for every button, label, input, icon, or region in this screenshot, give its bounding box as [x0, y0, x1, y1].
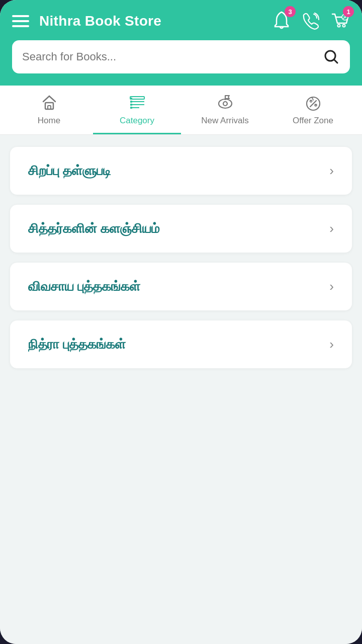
category-label-special-discount: சிறப்பு தள்ளுபடி: [28, 163, 111, 179]
tab-new-arrivals-label: New Arrivals: [201, 116, 248, 126]
home-icon: [40, 94, 58, 112]
tab-home[interactable]: Home: [5, 86, 93, 134]
category-item-nithra-books[interactable]: நித்ரா புத்தகங்கள் ›: [10, 320, 352, 368]
category-list: சிறப்பு தள்ளுபடி › சித்தர்களின் களஞ்சியம…: [0, 135, 362, 644]
svg-point-0: [338, 25, 340, 27]
tab-category[interactable]: Category: [93, 86, 181, 134]
chevron-right-icon: ›: [329, 337, 334, 352]
tab-category-label: Category: [120, 116, 154, 126]
tab-home-label: Home: [38, 116, 60, 126]
hamburger-menu-icon[interactable]: [12, 15, 29, 27]
svg-rect-6: [130, 97, 144, 99]
category-icon: [128, 94, 146, 112]
tab-new-arrivals[interactable]: New Arrivals: [181, 86, 269, 134]
header-icons: 3 1: [272, 10, 350, 32]
category-label-agriculture-books: விவசாய புத்தகங்கள்: [28, 279, 140, 294]
category-item-siddhar-treasure[interactable]: சித்தர்களின் களஞ்சியம் ›: [10, 205, 352, 253]
svg-rect-11: [130, 101, 132, 103]
svg-rect-10: [130, 98, 132, 100]
chevron-right-icon: ›: [329, 163, 334, 179]
tab-offer-zone-label: Offer Zone: [293, 116, 333, 126]
notification-badge: 3: [285, 6, 296, 17]
search-bar: [12, 40, 350, 73]
cart-button[interactable]: 1: [330, 10, 350, 32]
category-label-siddhar-treasure: சித்தர்களின் களஞ்சியம்: [28, 221, 159, 236]
phone-icon: [301, 10, 321, 30]
header-left: Nithra Book Store: [12, 13, 161, 29]
svg-point-14: [219, 99, 232, 108]
offer-zone-icon: [304, 94, 322, 112]
svg-point-1: [343, 25, 345, 27]
chevron-right-icon: ›: [329, 279, 334, 294]
svg-point-15: [223, 102, 227, 106]
app-title: Nithra Book Store: [39, 13, 161, 29]
search-input[interactable]: [22, 50, 317, 63]
call-button[interactable]: [301, 10, 321, 32]
search-icon: [323, 48, 340, 65]
svg-rect-12: [130, 104, 132, 106]
search-section: [0, 40, 362, 86]
category-label-nithra-books: நித்ரா புத்தகங்கள்: [28, 337, 126, 352]
tab-offer-zone[interactable]: Offer Zone: [269, 86, 357, 134]
category-item-special-discount[interactable]: சிறப்பு தள்ளுபடி ›: [10, 147, 352, 195]
nav-tabs: Home Category: [0, 86, 362, 135]
header: Nithra Book Store 3: [0, 0, 362, 40]
svg-rect-13: [130, 107, 132, 109]
search-button[interactable]: [323, 48, 340, 65]
phone-wrapper: Nithra Book Store 3: [0, 0, 362, 644]
category-item-agriculture-books[interactable]: விவசாய புத்தகங்கள் ›: [10, 263, 352, 310]
chevron-right-icon: ›: [329, 221, 334, 236]
cart-badge: 1: [343, 6, 354, 17]
new-arrivals-icon: [216, 94, 234, 112]
notification-button[interactable]: 3: [272, 10, 292, 32]
